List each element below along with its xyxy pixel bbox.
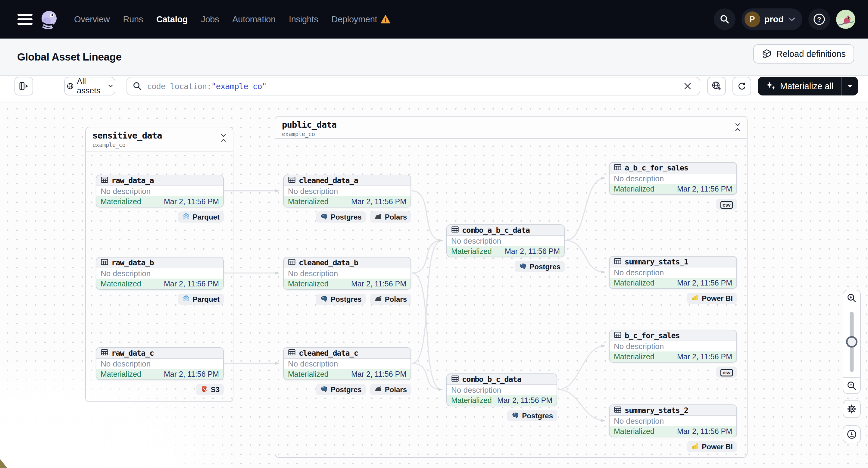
reload-definitions-label: Reload definitions	[776, 49, 846, 59]
clear-search-icon[interactable]	[681, 80, 694, 93]
materialized-timestamp[interactable]: Mar 2, 11:56 PM	[505, 247, 560, 256]
kind-tag-postgres[interactable]: Postgres	[316, 293, 366, 305]
expand-panel-button[interactable]	[14, 77, 33, 95]
zoom-out-button[interactable]	[843, 377, 860, 393]
nav-item-catalog[interactable]: Catalog	[156, 14, 188, 24]
nav-item-overview[interactable]: Overview	[74, 14, 110, 24]
zoom-slider-thumb[interactable]	[846, 336, 858, 347]
postgres-icon	[519, 262, 527, 272]
reload-definitions-button[interactable]: Reload definitions	[753, 44, 854, 64]
polars-icon	[374, 294, 382, 304]
tag-label: Parquet	[193, 295, 220, 304]
csv-icon: csv	[720, 368, 733, 376]
materialized-timestamp[interactable]: Mar 2, 11:56 PM	[677, 279, 732, 287]
kind-tag-csv[interactable]: csv	[716, 199, 737, 210]
kind-tag-csv[interactable]: csv	[716, 367, 737, 378]
table-icon	[288, 348, 296, 357]
materialize-options-caret[interactable]	[841, 77, 858, 95]
kind-tag-polars[interactable]: Polars	[370, 293, 411, 305]
materialized-timestamp[interactable]: Mar 2, 11:56 PM	[351, 370, 406, 379]
asset-status-bar: MaterializedMar 2, 11:56 PM	[96, 369, 223, 379]
asset-tag-row: Parquet	[96, 293, 224, 305]
chevron-down-icon	[788, 17, 796, 22]
asset-name: combo_a_b_c_data	[462, 226, 530, 235]
postgres-icon	[320, 294, 328, 304]
table-icon	[614, 406, 622, 415]
materialized-status: Materialized	[451, 396, 492, 405]
materialized-status: Materialized	[288, 279, 329, 288]
tag-label: Postgres	[529, 262, 560, 271]
download-image-button[interactable]	[843, 425, 861, 443]
kind-tag-postgres[interactable]: Postgres	[515, 261, 565, 272]
materialized-timestamp[interactable]: Mar 2, 11:56 PM	[677, 427, 732, 436]
materialized-timestamp[interactable]: Mar 2, 11:56 PM	[164, 370, 219, 379]
nav-right-cluster: P prod ?	[714, 8, 855, 30]
materialized-timestamp[interactable]: Mar 2, 11:56 PM	[677, 352, 732, 361]
asset-node-combo_a_b_c_data[interactable]: combo_a_b_c_dataNo descriptionMaterializ…	[446, 224, 565, 257]
kind-tag-postgres[interactable]: Postgres	[316, 384, 366, 395]
group-header[interactable]: public_dataexample_co	[275, 117, 747, 139]
kind-tag-power bi[interactable]: Power BI	[687, 441, 737, 453]
asset-node-raw_data_a[interactable]: raw_data_aNo descriptionMaterializedMar …	[96, 175, 224, 208]
materialized-timestamp[interactable]: Mar 2, 11:56 PM	[351, 197, 406, 206]
materialize-all-button[interactable]: Materialize all	[758, 77, 858, 95]
nav-item-deployment[interactable]: Deployment	[332, 14, 391, 24]
graph-settings-button[interactable]	[843, 400, 861, 418]
chevron-down-icon	[108, 84, 113, 88]
materialize-all-main[interactable]: Materialize all	[758, 77, 841, 95]
kind-tag-s3[interactable]: S3	[196, 384, 224, 395]
materialized-timestamp[interactable]: Mar 2, 11:56 PM	[677, 185, 732, 193]
asset-node-summary_stats_1[interactable]: summary_stats_1No descriptionMaterialize…	[609, 256, 737, 289]
kind-tag-polars[interactable]: Polars	[370, 211, 411, 223]
collapse-group-icon[interactable]	[733, 122, 742, 132]
asset-status-bar: MaterializedMar 2, 11:56 PM	[284, 369, 410, 379]
nav-item-automation[interactable]: Automation	[232, 14, 276, 24]
materialized-timestamp[interactable]: Mar 2, 11:56 PM	[351, 279, 406, 288]
user-avatar[interactable]	[836, 10, 855, 29]
search-icon[interactable]	[714, 8, 736, 30]
lineage-search-input[interactable]: code_location:"example_co"	[126, 77, 700, 95]
kind-tag-power bi[interactable]: Power BI	[687, 293, 737, 304]
menu-icon[interactable]	[18, 14, 33, 25]
asset-name: raw_data_c	[112, 349, 154, 357]
csv-icon: csv	[720, 200, 733, 209]
asset-node-b_c_for_sales[interactable]: b_c_for_salesNo descriptionMaterializedM…	[609, 330, 737, 363]
kind-tag-polars[interactable]: Polars	[370, 384, 411, 395]
materialized-timestamp[interactable]: Mar 2, 11:56 PM	[164, 279, 219, 288]
kind-tag-parquet[interactable]: Parquet	[178, 293, 224, 305]
collapse-group-icon[interactable]	[219, 133, 228, 143]
nav-item-jobs[interactable]: Jobs	[201, 14, 219, 24]
asset-node-header: b_c_for_sales	[610, 331, 736, 341]
asset-node-raw_data_b[interactable]: raw_data_bNo descriptionMaterializedMar …	[96, 257, 224, 290]
materialized-timestamp[interactable]: Mar 2, 11:56 PM	[164, 197, 219, 206]
asset-node-cleaned_data_c[interactable]: cleaned_data_cNo descriptionMaterialized…	[283, 347, 411, 380]
help-icon[interactable]: ?	[808, 8, 830, 30]
nav-item-label: Jobs	[201, 14, 219, 24]
dagster-logo-icon[interactable]	[39, 10, 58, 29]
asset-node-cleaned_data_b[interactable]: cleaned_data_bNo descriptionMaterialized…	[283, 257, 411, 290]
environment-switcher[interactable]: P prod	[742, 8, 802, 30]
asset-node-combo_b_c_data[interactable]: combo_b_c_dataNo descriptionMaterialized…	[446, 373, 557, 406]
asset-node-header: combo_b_c_data	[447, 374, 557, 385]
kind-tag-postgres[interactable]: Postgres	[316, 211, 366, 223]
materialized-status: Materialized	[101, 370, 141, 379]
asset-node-raw_data_c[interactable]: raw_data_cNo descriptionMaterializedMar …	[96, 347, 224, 380]
materialized-timestamp[interactable]: Mar 2, 11:56 PM	[497, 396, 552, 405]
gear-icon	[847, 404, 857, 414]
asset-scope-dropdown[interactable]: All assets	[64, 77, 115, 95]
asset-node-summary_stats_2[interactable]: summary_stats_2No descriptionMaterialize…	[609, 404, 737, 437]
group-header[interactable]: sensitive_dataexample_co	[86, 127, 233, 152]
kind-tag-parquet[interactable]: Parquet	[178, 211, 224, 223]
filter-code-location-button[interactable]	[707, 77, 726, 95]
table-icon	[451, 375, 459, 384]
asset-node-a_b_c_for_sales[interactable]: a_b_c_for_salesNo descriptionMaterialize…	[609, 162, 737, 195]
nav-item-insights[interactable]: Insights	[289, 14, 318, 24]
kind-tag-postgres[interactable]: Postgres	[507, 410, 557, 421]
nav-item-runs[interactable]: Runs	[123, 14, 143, 24]
asset-node-header: raw_data_a	[96, 175, 223, 186]
zoom-in-button[interactable]	[843, 290, 860, 306]
asset-node-cleaned_data_a[interactable]: cleaned_data_aNo descriptionMaterialized…	[283, 175, 411, 208]
zoom-slider[interactable]	[843, 306, 860, 377]
asset-status-bar: MaterializedMar 2, 11:56 PM	[610, 351, 736, 362]
refresh-button[interactable]	[733, 77, 751, 95]
